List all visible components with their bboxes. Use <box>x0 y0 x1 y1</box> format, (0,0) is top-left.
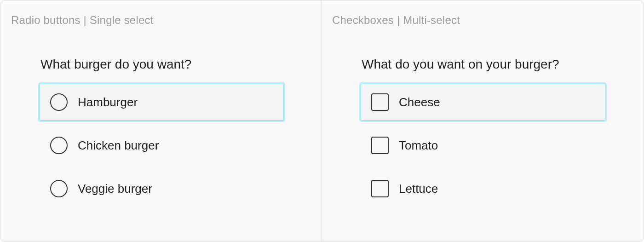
checkbox-group: What do you want on your burger? Cheese … <box>332 57 633 207</box>
checkbox-option-label: Cheese <box>399 95 440 109</box>
checkbox-icon <box>371 180 389 197</box>
radio-option-hamburger[interactable]: Hamburger <box>40 84 284 121</box>
checkbox-panel: Checkboxes | Multi-select What do you wa… <box>322 1 643 241</box>
radio-icon <box>50 93 68 111</box>
checkbox-option-cheese[interactable]: Cheese <box>361 84 605 121</box>
radio-group: What burger do you want? Hamburger Chick… <box>11 57 311 207</box>
radio-option-veggie-burger[interactable]: Veggie burger <box>40 170 284 207</box>
checkbox-panel-label: Checkboxes | Multi-select <box>332 14 633 27</box>
radio-option-label: Chicken burger <box>78 138 159 153</box>
radio-option-label: Hamburger <box>78 95 138 109</box>
checkbox-option-label: Lettuce <box>399 182 438 196</box>
checkbox-question: What do you want on your burger? <box>362 57 605 72</box>
checkbox-option-lettuce[interactable]: Lettuce <box>361 170 605 207</box>
example-container: Radio buttons | Single select What burge… <box>0 0 644 242</box>
radio-panel: Radio buttons | Single select What burge… <box>1 1 322 241</box>
radio-question: What burger do you want? <box>40 57 284 72</box>
checkbox-icon <box>371 137 389 154</box>
checkbox-options: Cheese Tomato Lettuce <box>361 84 605 207</box>
checkbox-option-tomato[interactable]: Tomato <box>361 127 605 164</box>
checkbox-option-label: Tomato <box>399 138 438 153</box>
radio-panel-label: Radio buttons | Single select <box>11 14 311 27</box>
radio-options: Hamburger Chicken burger Veggie burger <box>40 84 284 207</box>
checkbox-icon <box>371 93 389 111</box>
radio-option-label: Veggie burger <box>78 182 152 196</box>
radio-option-chicken-burger[interactable]: Chicken burger <box>40 127 284 164</box>
radio-icon <box>50 180 68 197</box>
radio-icon <box>50 137 68 154</box>
